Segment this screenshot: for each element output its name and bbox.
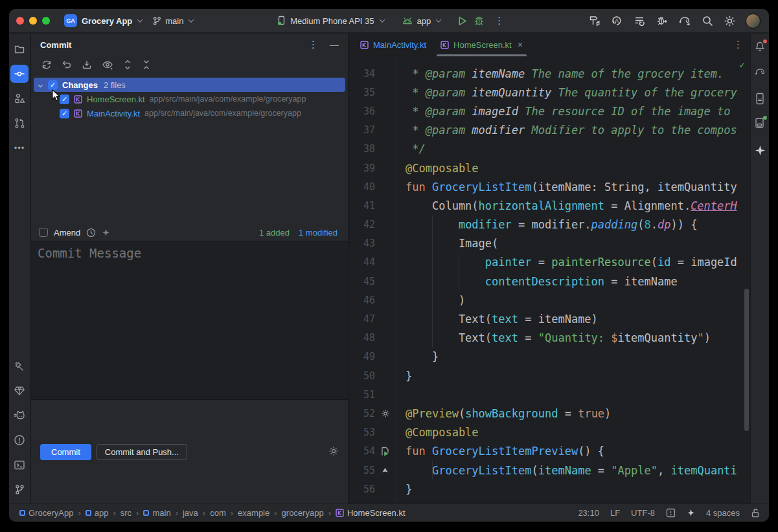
hide-tool-window-button[interactable]: — (330, 39, 339, 50)
changes-root-row[interactable]: ✓ Changes 2 files (34, 78, 345, 92)
search-everywhere-button[interactable] (702, 15, 714, 27)
close-window-button[interactable] (16, 17, 24, 25)
refresh-button[interactable] (41, 60, 52, 72)
commit-history-clock-icon[interactable] (86, 228, 96, 238)
breadcrumb-separator: › (328, 508, 331, 518)
settings-button[interactable] (724, 15, 736, 27)
commit-options-kebab-button[interactable]: ⋮ (308, 39, 318, 50)
commit-tool-button[interactable] (10, 65, 29, 83)
amend-checkbox[interactable] (39, 228, 48, 237)
terminal-tool-button[interactable] (10, 456, 29, 474)
build-button[interactable] (588, 14, 601, 27)
line-number: 43 (349, 238, 375, 249)
line-separator[interactable]: LF (610, 508, 620, 518)
debug-button[interactable] (474, 16, 485, 26)
gear-icon (328, 446, 339, 456)
unlocked-icon[interactable] (751, 508, 760, 518)
commit-message-placeholder: Commit Message (38, 246, 341, 260)
sync-project-button[interactable] (678, 14, 692, 27)
file-name: MainActivity.kt (87, 109, 140, 118)
tab-options-kebab-button[interactable]: ⋮ (733, 39, 743, 50)
breadcrumb-item[interactable]: example (238, 508, 269, 518)
pull-requests-tool-button[interactable] (10, 114, 29, 132)
code-text: Column(horizontalAlignment = Alignment.C… (406, 199, 737, 212)
line-number: 45 (349, 276, 375, 287)
run-preview-icon[interactable] (380, 447, 390, 456)
attach-debugger-button[interactable] (656, 14, 669, 27)
collapse-all-button[interactable] (142, 60, 151, 72)
commit-and-push-button[interactable]: Commit and Push... (97, 444, 187, 460)
run-button[interactable] (457, 16, 468, 27)
code-text: * @param modifier Modifier to apply to t… (406, 124, 737, 137)
code-text: Text(text = "Quantity: $itemQuantity") (406, 331, 711, 344)
device-manager-tool-button[interactable] (751, 114, 769, 132)
project-icon: GA (64, 14, 77, 27)
gradle-tool-button[interactable] (751, 62, 769, 80)
close-tab-icon[interactable]: × (518, 39, 523, 50)
file-checkbox[interactable]: ✓ (60, 109, 69, 118)
breadcrumb-item[interactable]: groceryapp (282, 508, 324, 518)
more-tool-windows-button[interactable]: ••• (10, 139, 29, 157)
notifications-button[interactable] (751, 38, 769, 56)
breadcrumb-item[interactable]: java (183, 508, 198, 518)
editor-notifications-icon[interactable] (666, 508, 676, 518)
editor-scrollbar[interactable] (744, 289, 749, 431)
more-run-options-button[interactable]: ⋮ (494, 15, 504, 27)
ai-sparkle-icon[interactable] (687, 509, 695, 517)
ide-window: GA Grocery App main Medium Phone API 35 … (9, 9, 769, 522)
changes-checkbox[interactable]: ✓ (48, 80, 58, 90)
commit-settings-button[interactable] (328, 446, 339, 458)
breadcrumb-item[interactable]: com (210, 508, 226, 518)
code-line: 46 ) (349, 291, 750, 309)
resource-manager-tool-button[interactable] (10, 89, 29, 107)
gutter-arrow-icon[interactable] (381, 466, 389, 474)
indent-setting[interactable]: 4 spaces (706, 508, 740, 518)
file-encoding[interactable]: UTF-8 (631, 508, 655, 518)
branch-widget[interactable]: main (152, 16, 193, 26)
shelve-button[interactable] (82, 60, 92, 72)
caret-position[interactable]: 23:10 (578, 508, 599, 518)
code-line: 50} (349, 366, 750, 385)
profile-avatar[interactable] (746, 14, 761, 28)
logcat-tool-button[interactable] (10, 406, 29, 425)
breadcrumb-item[interactable]: HomeScreen.kt (336, 508, 406, 518)
version-control-tool-button[interactable] (10, 480, 29, 498)
breadcrumb-item[interactable]: src (120, 508, 132, 518)
inspections-ok-icon[interactable]: ✓ (740, 60, 745, 70)
eye-icon (102, 60, 113, 70)
tab-mainactivity[interactable]: MainActivity.kt (353, 34, 433, 56)
diff-preview-button[interactable] (102, 60, 113, 72)
file-checkbox[interactable]: ✓ (60, 94, 69, 104)
tab-homescreen[interactable]: HomeScreen.kt × (433, 34, 530, 56)
code-editor[interactable]: 34 * @param itemName The name of the gro… (349, 57, 750, 504)
ai-sparkle-icon[interactable] (102, 228, 110, 237)
changed-file-row[interactable]: ✓MainActivity.ktapp/src/main/java/com/ex… (31, 106, 348, 120)
zoom-window-button[interactable] (42, 17, 50, 25)
line-number: 53 (349, 427, 375, 438)
project-widget[interactable]: Grocery App (82, 16, 142, 26)
expand-all-button[interactable] (123, 60, 132, 72)
app-quality-insights-tool-button[interactable] (10, 382, 29, 400)
minimize-window-button[interactable] (29, 17, 37, 25)
gem-icon (14, 385, 25, 397)
commit-message-editor[interactable]: Commit Message (31, 241, 348, 399)
rollback-button[interactable] (62, 60, 72, 72)
build-tool-button[interactable] (10, 357, 29, 375)
build-hammer-icon (588, 14, 601, 27)
gemini-tool-button[interactable] (751, 141, 769, 159)
breadcrumb-item[interactable]: main (143, 508, 170, 518)
breadcrumb-item[interactable]: app (86, 508, 109, 518)
apply-changes-restart-button[interactable]: A (610, 14, 623, 27)
breadcrumb-item[interactable]: GroceryApp (19, 508, 73, 518)
run-configuration-selector[interactable]: app (402, 16, 441, 26)
preview-settings-gear-icon[interactable] (381, 409, 390, 418)
project-tool-button[interactable] (10, 40, 29, 58)
commit-button[interactable]: Commit (40, 444, 91, 460)
code-line: 39@Composable (349, 159, 750, 177)
changed-file-row[interactable]: ✓HomeScreen.ktapp/src/main/java/com/exam… (31, 92, 348, 106)
running-devices-tool-button[interactable] (751, 89, 769, 107)
device-selector[interactable]: Medium Phone API 35 (277, 16, 383, 26)
apply-code-changes-button[interactable] (633, 14, 646, 27)
problems-tool-button[interactable] (10, 431, 29, 449)
project-name: Grocery App (82, 16, 132, 26)
